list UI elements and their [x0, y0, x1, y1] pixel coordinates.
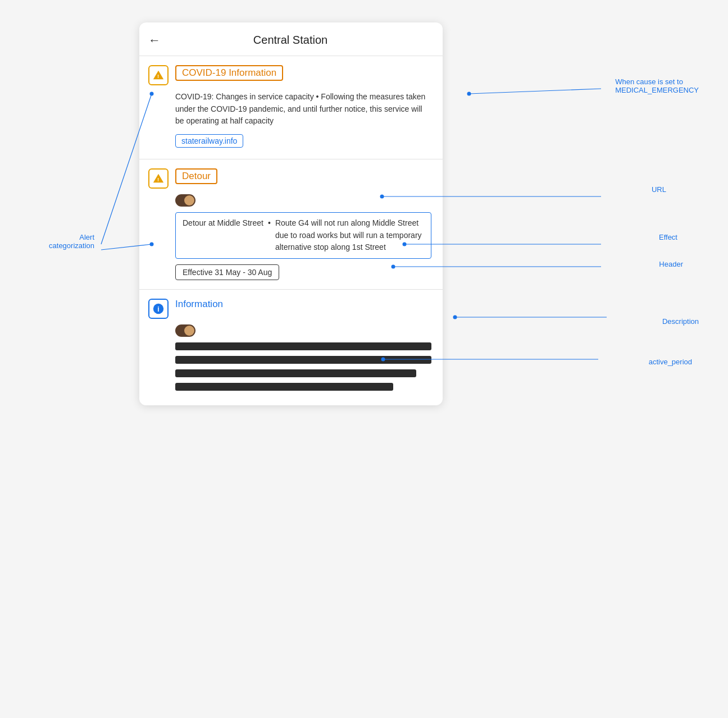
annotation-header: Header — [659, 260, 683, 268]
period-box-detour: Effective 31 May - 30 Aug — [175, 264, 279, 280]
alert-row-covid: ! COVID-19 Information — [148, 65, 431, 85]
alert-body-covid: COVID-19: Changes in service capacity • … — [148, 91, 431, 150]
warning-icon-detour: ! — [148, 168, 169, 189]
warning-icon-covid: ! — [148, 65, 169, 85]
description-box-detour: Detour at Middle Street • Route G4 will … — [175, 212, 431, 259]
description-label-detour: Detour at Middle Street — [183, 217, 263, 254]
card-header: ← Central Station — [139, 22, 443, 56]
page-title: Central Station — [167, 34, 413, 47]
alert-label-detour: Detour — [175, 168, 217, 184]
svg-point-17 — [453, 315, 457, 319]
alert-label-covid: COVID-19 Information — [175, 65, 283, 81]
mobile-card: ← Central Station ! COVID-19 Information… — [139, 22, 443, 405]
annotation-description: Description — [662, 317, 699, 326]
skeleton-line-1 — [175, 342, 431, 350]
covid-description: COVID-19: Changes in service capacity • … — [175, 91, 431, 127]
skeleton-line-4 — [175, 383, 393, 391]
skeleton-line-2 — [175, 356, 431, 364]
svg-text:i: i — [157, 305, 159, 313]
alert-section-covid: ! COVID-19 Information COVID-19: Changes… — [139, 56, 443, 159]
description-text-detour: Route G4 will not run along Middle Stree… — [275, 217, 424, 254]
info-icon: i — [148, 299, 169, 319]
svg-point-5 — [467, 92, 471, 96]
annotation-medical-emergency: When cause is set to MEDICAL_EMERGENCY — [615, 77, 699, 94]
covid-url[interactable]: staterailway.info — [175, 134, 243, 148]
alert-body-detour: Detour at Middle Street • Route G4 will … — [148, 194, 431, 280]
toggle-detour[interactable] — [175, 194, 195, 207]
alert-row-info: i Information — [148, 299, 431, 319]
page-wrapper: ← Central Station ! COVID-19 Information… — [0, 0, 728, 718]
annotation-active-period: active_period — [649, 358, 692, 366]
svg-line-4 — [469, 89, 601, 94]
svg-text:!: ! — [157, 177, 159, 182]
svg-text:!: ! — [157, 74, 159, 79]
alert-section-detour: ! Detour Detour at Middle Street • Route… — [139, 159, 443, 289]
skeleton-line-3 — [175, 369, 416, 377]
annotation-alert-categorization: Alertcategorization — [21, 233, 94, 250]
toggle-info[interactable] — [175, 324, 195, 337]
annotation-effect: Effect — [659, 233, 677, 241]
alert-row-detour: ! Detour — [148, 168, 431, 189]
alert-section-info: i Information — [139, 289, 443, 405]
annotation-url: URL — [652, 185, 666, 194]
back-button[interactable]: ← — [148, 34, 161, 47]
alert-body-info — [148, 324, 431, 391]
alert-label-info: Information — [175, 299, 223, 310]
